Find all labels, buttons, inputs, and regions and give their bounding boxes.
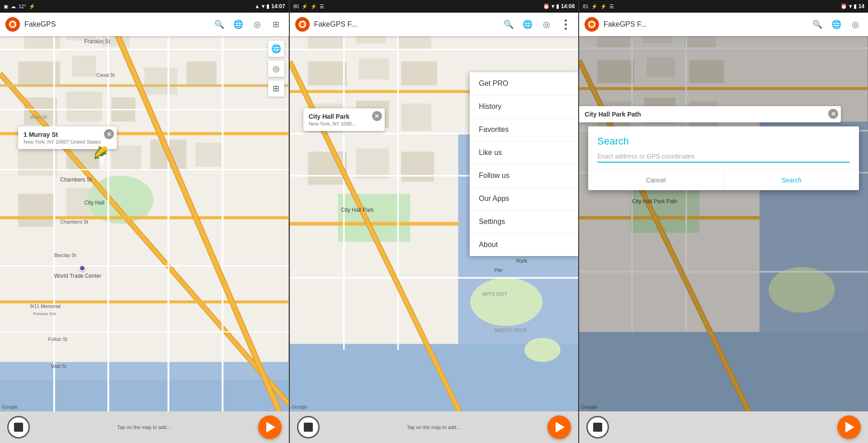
- app-logo-2: [295, 17, 310, 32]
- svg-text:9/11 Memorial: 9/11 Memorial: [30, 303, 61, 309]
- status-bar-3: 81 ⚡ ⚡ ☰ ⏰ ▾ ▮ 14: [579, 0, 868, 13]
- search-dialog-title: Search: [588, 126, 859, 151]
- svg-text:York: York: [515, 257, 527, 264]
- svg-text:Preview Site: Preview Site: [33, 312, 57, 316]
- google-watermark-2: Google: [292, 404, 307, 410]
- status-time-2: 14:08: [561, 3, 575, 9]
- svg-rect-11: [18, 146, 57, 176]
- svg-rect-7: [66, 92, 102, 122]
- map-area-3[interactable]: Union City Canal Park City Hall Park Pat…: [579, 36, 868, 411]
- popup-close-3[interactable]: ✕: [828, 109, 838, 119]
- svg-text:Pier: Pier: [494, 267, 503, 273]
- menu-history[interactable]: History: [470, 95, 578, 118]
- popup-close-1[interactable]: ✕: [104, 129, 114, 139]
- svg-text:Franklin St: Franklin St: [84, 38, 110, 45]
- layers-map-btn-1[interactable]: ⊞: [268, 80, 284, 97]
- svg-text:MAGUS HOOK: MAGUS HOOK: [494, 327, 527, 333]
- menu-like-us[interactable]: Like us: [470, 141, 578, 164]
- status-battery-icon: ▮: [266, 3, 269, 9]
- svg-rect-16: [18, 194, 54, 227]
- menu-follow-us[interactable]: Follow us: [470, 164, 578, 187]
- target-icon-3[interactable]: ◎: [848, 17, 863, 32]
- stop-button-1[interactable]: [7, 416, 30, 438]
- status-bat2-icon: ▮: [556, 3, 559, 9]
- status-br3-icon: ☰: [609, 4, 614, 9]
- play-icon-3: [845, 422, 854, 433]
- status-temp-3: 81: [583, 4, 588, 9]
- dropdown-menu-2: Get PRO History Favorites Like us Follow…: [470, 72, 578, 256]
- target-icon-2[interactable]: ◎: [539, 17, 554, 32]
- svg-text:Barclay St: Barclay St: [54, 252, 76, 258]
- status-bolt-icon: ⚡: [311, 4, 317, 9]
- more-icon-2[interactable]: [558, 17, 573, 32]
- svg-text:Chambers St: Chambers St: [60, 219, 88, 225]
- globe-icon-3[interactable]: 🌐: [829, 17, 844, 32]
- svg-text:Chambers St: Chambers St: [60, 177, 92, 183]
- target-map-btn-1[interactable]: ◎: [268, 61, 284, 77]
- search-icon-1[interactable]: 🔍: [212, 17, 226, 32]
- popup-addr-2: New York, NY 1000...: [309, 121, 368, 126]
- menu-settings[interactable]: Settings: [470, 210, 578, 233]
- svg-text:Wall St: Wall St: [51, 364, 66, 369]
- status-right-2: ⏰ ▾ ▮ 14:08: [543, 3, 575, 9]
- three-dot-2: [563, 18, 569, 32]
- location-popup-1: 1 Murray St New York, NY 10007,United St…: [18, 126, 117, 149]
- popup-name-1: 1 Murray St: [24, 131, 100, 138]
- status-bat3-icon: ▮: [854, 3, 857, 9]
- svg-rect-9: [144, 68, 177, 95]
- app-logo-1: [5, 17, 20, 32]
- svg-point-70: [470, 278, 542, 326]
- stop-button-3[interactable]: [586, 416, 609, 438]
- app-logo-inner-2: [299, 21, 306, 28]
- menu-favorites[interactable]: Favorites: [470, 118, 578, 141]
- status-temp-2: 80: [293, 4, 299, 9]
- globe-icon-1[interactable]: 🌐: [231, 17, 245, 32]
- play-button-3[interactable]: [837, 415, 861, 439]
- svg-rect-57: [308, 36, 344, 50]
- stop-icon-1: [14, 423, 23, 432]
- search-button-3[interactable]: Search: [724, 170, 859, 190]
- globe-icon-2[interactable]: 🌐: [520, 17, 535, 32]
- search-icon-3[interactable]: 🔍: [810, 17, 825, 32]
- map-area-2[interactable]: Union City Canal Park City Hall Park Pie…: [290, 36, 579, 411]
- menu-about[interactable]: About: [470, 233, 578, 256]
- globe-map-btn-1[interactable]: 🌐: [268, 41, 284, 57]
- svg-rect-5: [72, 56, 96, 77]
- layers-icon-1[interactable]: ⊞: [269, 17, 283, 32]
- app-logo-inner-3: [588, 21, 595, 28]
- svg-rect-58: [356, 36, 386, 43]
- panel-3: 81 ⚡ ⚡ ☰ ⏰ ▾ ▮ 14 FakeGPS F... 🔍 🌐 ◎: [579, 0, 868, 443]
- svg-rect-60: [308, 61, 347, 85]
- menu-our-apps[interactable]: Our Apps: [470, 187, 578, 210]
- search-icon-2[interactable]: 🔍: [501, 17, 516, 32]
- panel-1: ▣ ☁ 12° ⚡ ▲ ▾ ▮ 14:07 FakeGPS 🔍 🌐 ◎ ⊞: [0, 0, 290, 443]
- stop-button-2[interactable]: [297, 416, 320, 438]
- status-time-3: 14: [859, 3, 864, 9]
- svg-rect-67: [356, 149, 389, 179]
- status-signal-icon: ▲: [255, 3, 260, 9]
- svg-rect-10: [186, 61, 217, 85]
- app-bar-3: FakeGPS F... 🔍 🌐 ◎: [579, 13, 868, 36]
- search-input-3[interactable]: [597, 151, 850, 163]
- play-button-2[interactable]: [547, 415, 571, 439]
- status-bars-icon: ☰: [320, 4, 324, 9]
- map-overlay-3: [579, 36, 868, 411]
- panel-2: 80 ⚡ ⚡ ☰ ⏰ ▾ ▮ 14:08 FakeGPS F... 🔍 🌐 ◎: [290, 0, 580, 443]
- status-right-1: ▲ ▾ ▮ 14:07: [255, 3, 285, 9]
- search-dialog-3: Search Cancel Search: [588, 126, 859, 190]
- map-area-1[interactable]: Franklin St Canal St West St Chambers St…: [0, 36, 289, 411]
- popup-close-2[interactable]: ✕: [372, 111, 382, 121]
- svg-text:ARTS DIST: ARTS DIST: [482, 291, 507, 297]
- cancel-button-3[interactable]: Cancel: [588, 170, 724, 190]
- svg-rect-15: [195, 143, 222, 167]
- map-pin-1: [79, 265, 85, 271]
- play-button-1[interactable]: [258, 415, 282, 439]
- location-popup-3: City Hall Park Path ✕: [579, 106, 841, 122]
- menu-get-pro[interactable]: Get PRO: [470, 72, 578, 95]
- status-alm3-icon: ⏰: [840, 3, 847, 9]
- svg-text:Canal St: Canal St: [96, 72, 115, 78]
- target-icon-1[interactable]: ◎: [250, 17, 264, 32]
- google-watermark-1: Google: [2, 404, 18, 410]
- svg-text:West St: West St: [30, 114, 47, 120]
- status-blt3-icon: ⚡: [600, 4, 607, 9]
